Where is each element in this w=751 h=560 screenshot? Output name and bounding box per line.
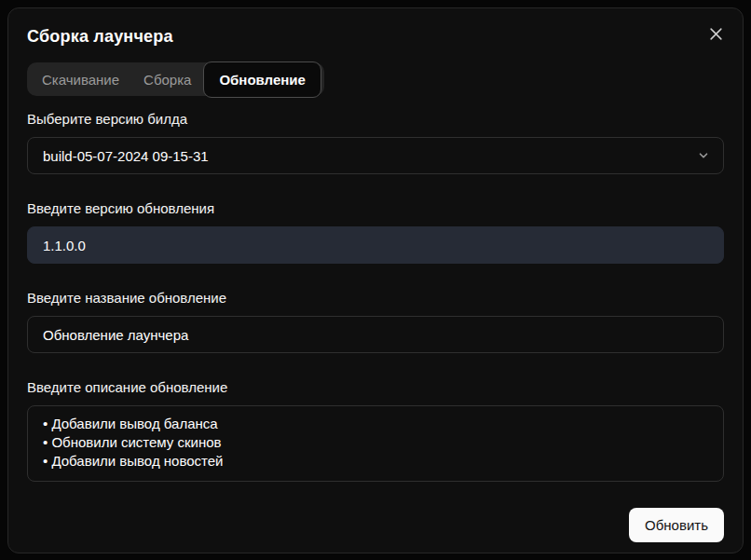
- build-version-select[interactable]: build-05-07-2024 09-15-31: [27, 137, 724, 174]
- update-name-label: Введите название обновление: [27, 290, 724, 307]
- build-version-field-group: Выберите версию билда build-05-07-2024 0…: [27, 111, 724, 174]
- update-submit-button[interactable]: Обновить: [629, 508, 724, 542]
- build-version-selected-value: build-05-07-2024 09-15-31: [43, 148, 209, 164]
- close-button[interactable]: [705, 23, 726, 44]
- update-description-field-group: Введите описание обновление • Добавили в…: [27, 379, 724, 485]
- update-name-input[interactable]: [27, 316, 724, 353]
- update-version-input[interactable]: [27, 226, 724, 264]
- close-icon: [709, 27, 723, 41]
- launcher-build-modal: Сборка лаунчера Скачивание Сборка Обновл…: [7, 7, 744, 553]
- update-version-label: Введите версию обновления: [27, 200, 724, 217]
- tab-update[interactable]: Обновление: [203, 61, 321, 98]
- update-description-label: Введите описание обновление: [27, 379, 724, 396]
- update-version-field-group: Введите версию обновления: [27, 200, 724, 264]
- update-description-textarea[interactable]: • Добавили вывод баланса • Обновили сист…: [27, 405, 724, 482]
- modal-title: Сборка лаунчера: [27, 27, 724, 47]
- tab-download[interactable]: Скачивание: [30, 64, 131, 95]
- tab-list: Скачивание Сборка Обновление: [27, 62, 324, 96]
- modal-footer: Обновить: [27, 508, 724, 542]
- build-version-label: Выберите версию билда: [27, 111, 724, 128]
- chevron-down-icon: [697, 149, 710, 162]
- modal-header: Сборка лаунчера: [27, 27, 724, 47]
- update-name-field-group: Введите название обновление: [27, 290, 724, 353]
- tab-build[interactable]: Сборка: [131, 64, 203, 95]
